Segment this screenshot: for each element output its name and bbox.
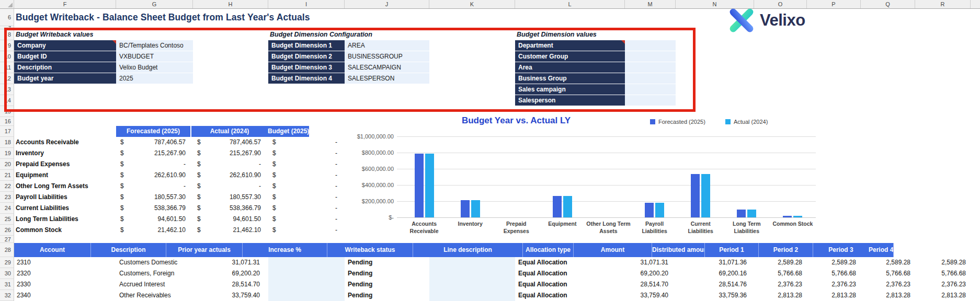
- budget-cell[interactable]: $ -: [268, 203, 345, 214]
- column-header[interactable]: H: [193, 0, 268, 8]
- forecasted-cell[interactable]: $ 21,462.10: [116, 225, 193, 236]
- row-header[interactable]: 16: [0, 117, 14, 126]
- allocation-type-cell[interactable]: Equal Allocation: [515, 257, 625, 268]
- forecasted-cell[interactable]: $ 262,610.90: [116, 170, 193, 181]
- column-header[interactable]: L: [515, 0, 625, 8]
- column-header[interactable]: K: [429, 0, 515, 8]
- allocation-type-cell[interactable]: Equal Allocation: [515, 290, 625, 301]
- column-header[interactable]: F: [14, 0, 116, 8]
- budget-cell[interactable]: $ -: [268, 214, 345, 225]
- distributed-amount-cell[interactable]: 69,200.16: [676, 268, 754, 279]
- allocation-header-cell[interactable]: Writeback status: [327, 243, 413, 257]
- dimension-values-label-cell[interactable]: Salesperson: [515, 95, 625, 106]
- increase-pct-cell[interactable]: [268, 279, 345, 290]
- prior-year-actuals-cell[interactable]: 28,514.70: [193, 279, 268, 290]
- column-header[interactable]: Q: [861, 0, 915, 8]
- dimension-config-value-cell[interactable]: BUSINESSGROUP: [345, 51, 429, 62]
- account-label-cell[interactable]: Equipment: [16, 170, 115, 181]
- period3-cell[interactable]: 2,376.23: [861, 279, 915, 290]
- allocation-header-cell[interactable]: Line description: [413, 243, 523, 257]
- budget-cell[interactable]: $ -: [268, 225, 345, 236]
- row-header[interactable]: 8: [0, 29, 14, 40]
- forecasted-cell[interactable]: $ -: [116, 159, 193, 170]
- account-label-cell[interactable]: Inventory: [16, 148, 115, 159]
- account-label-cell[interactable]: Current Liabilities: [16, 203, 115, 214]
- allocation-header-cell[interactable]: Distributed amount: [652, 243, 705, 257]
- row-header[interactable]: 18: [0, 137, 14, 148]
- period4-cell[interactable]: 2,813.28: [915, 290, 971, 301]
- account-cell[interactable]: 2340: [14, 290, 116, 301]
- allocation-header-cell[interactable]: Amount: [574, 243, 652, 257]
- allocation-type-cell[interactable]: Equal Allocation: [515, 268, 625, 279]
- prior-year-actuals-cell[interactable]: 33,759.40: [193, 290, 268, 301]
- dimension-config-value-cell[interactable]: SALESPERSON: [345, 73, 429, 84]
- allocation-header-cell[interactable]: Period 2: [759, 243, 813, 257]
- period2-cell[interactable]: 2,589.28: [807, 257, 861, 268]
- amount-cell[interactable]: 31,071.31: [625, 257, 676, 268]
- column-header[interactable]: N: [676, 0, 754, 8]
- row-header[interactable]: 10: [0, 51, 14, 62]
- writeback-status-cell[interactable]: Pending: [345, 268, 429, 279]
- dimension-values-label-cell[interactable]: Customer Group: [515, 51, 625, 62]
- account-label-cell[interactable]: Payroll Liabilities: [16, 192, 115, 203]
- row-header[interactable]: 29: [0, 257, 14, 268]
- actual-cell[interactable]: $ -: [193, 159, 268, 170]
- writeback-status-cell[interactable]: Pending: [345, 279, 429, 290]
- line-description-cell[interactable]: [429, 257, 515, 268]
- forecasted-cell[interactable]: $ 180,557.30: [116, 192, 193, 203]
- account-cell[interactable]: 2330: [14, 279, 116, 290]
- forecasted-cell[interactable]: $ 538,366.79: [116, 203, 193, 214]
- column-header[interactable]: R: [915, 0, 971, 8]
- forecasted-cell[interactable]: $ -: [116, 181, 193, 192]
- writeback-status-cell[interactable]: Pending: [345, 290, 429, 301]
- dimension-values-value-cell[interactable]: [625, 73, 676, 84]
- budget-cell[interactable]: $ -: [268, 181, 345, 192]
- writeback-value-cell[interactable]: VXBUDGET: [116, 51, 193, 62]
- period3-cell[interactable]: 2,813.28: [861, 290, 915, 301]
- account-label-cell[interactable]: Prepaid Expenses: [16, 159, 115, 170]
- row-header[interactable]: 32: [0, 290, 14, 301]
- prior-year-actuals-cell[interactable]: 69,200.20: [193, 268, 268, 279]
- balance-sheet-header-cell[interactable]: Actual (2024): [191, 126, 268, 137]
- row-header[interactable]: 28: [0, 243, 14, 257]
- account-cell[interactable]: 2320: [14, 268, 116, 279]
- budget-chart[interactable]: Budget Year vs. Actual LY Forecasted (20…: [356, 114, 826, 247]
- dimension-config-value-cell[interactable]: SALESCAMPAIGN: [345, 62, 429, 73]
- select-all-corner[interactable]: [0, 0, 14, 9]
- description-cell[interactable]: Accrued Interest: [116, 279, 193, 290]
- row-header[interactable]: 11: [0, 62, 14, 73]
- line-description-cell[interactable]: [429, 279, 515, 290]
- actual-cell[interactable]: $ 180,557.30: [193, 192, 268, 203]
- allocation-header-cell[interactable]: Allocation type: [523, 243, 574, 257]
- row-header[interactable]: 23: [0, 192, 14, 203]
- writeback-label-cell[interactable]: Description: [14, 62, 116, 73]
- budget-cell[interactable]: $ -: [268, 170, 345, 181]
- column-header[interactable]: M: [625, 0, 676, 8]
- row-header[interactable]: 25: [0, 214, 14, 225]
- writeback-label-cell[interactable]: Budget ID: [14, 51, 116, 62]
- period3-cell[interactable]: 2,589.28: [861, 257, 915, 268]
- description-cell[interactable]: Other Receivables: [116, 290, 193, 301]
- allocation-header-cell[interactable]: Period 1: [705, 243, 759, 257]
- row-header[interactable]: 12: [0, 73, 14, 84]
- allocation-type-cell[interactable]: Equal Allocation: [515, 279, 625, 290]
- column-header[interactable]: I: [268, 0, 345, 8]
- column-header[interactable]: J: [345, 0, 429, 8]
- actual-cell[interactable]: $ 538,366.79: [193, 203, 268, 214]
- actual-cell[interactable]: $ 215,267.90: [193, 148, 268, 159]
- actual-cell[interactable]: $ 94,601.50: [193, 214, 268, 225]
- writeback-label-cell[interactable]: Company: [14, 40, 116, 51]
- row-header[interactable]: 19: [0, 148, 14, 159]
- distributed-amount-cell[interactable]: 33,759.36: [676, 290, 754, 301]
- allocation-header-cell[interactable]: Description: [91, 243, 166, 257]
- column-header[interactable]: P: [807, 0, 861, 8]
- row-header[interactable]: 17: [0, 126, 14, 137]
- allocation-header-cell[interactable]: Period 4: [869, 243, 894, 257]
- actual-cell[interactable]: $ 787,406.57: [193, 137, 268, 148]
- forecasted-cell[interactable]: $ 215,267.90: [116, 148, 193, 159]
- column-header[interactable]: O: [754, 0, 807, 8]
- period1-cell[interactable]: 2,376.23: [754, 279, 807, 290]
- amount-cell[interactable]: 28,514.70: [625, 279, 676, 290]
- period1-cell[interactable]: 2,589.28: [754, 257, 807, 268]
- dimension-values-value-cell[interactable]: [625, 95, 676, 106]
